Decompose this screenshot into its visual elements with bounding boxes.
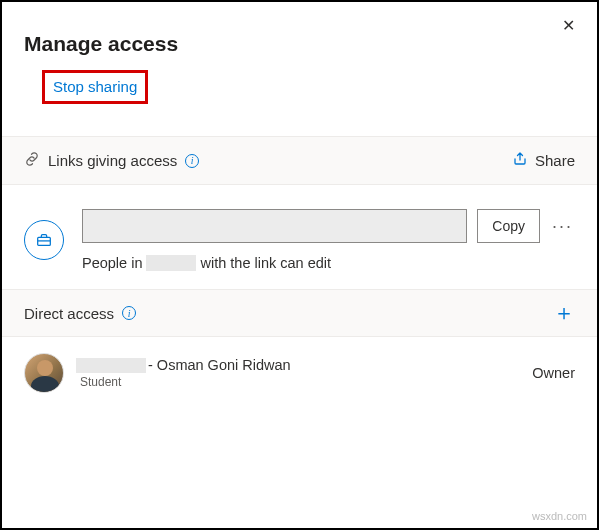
user-name: - Osman Goni Ridwan (76, 357, 291, 373)
info-icon[interactable]: i (185, 154, 199, 168)
user-name-suffix: - Osman Goni Ridwan (148, 357, 291, 373)
plus-icon: ＋ (553, 300, 575, 325)
link-icon (24, 151, 40, 170)
info-icon[interactable]: i (122, 306, 136, 320)
stop-sharing-link[interactable]: Stop sharing (53, 78, 137, 95)
link-description: People in with the link can edit (82, 255, 575, 271)
share-button[interactable]: Share (512, 151, 575, 170)
direct-access-section: Direct access i ＋ (2, 289, 597, 337)
link-item: Copy ··· People in with the link can edi… (2, 185, 597, 289)
org-briefcase-icon (24, 220, 64, 260)
user-role: Student (80, 375, 291, 389)
share-button-label: Share (535, 152, 575, 169)
links-section-label: Links giving access (48, 152, 177, 169)
copy-link-button[interactable]: Copy (477, 209, 540, 243)
close-button[interactable]: ✕ (554, 12, 583, 39)
link-desc-suffix: with the link can edit (200, 255, 331, 271)
add-direct-access-button[interactable]: ＋ (553, 302, 575, 324)
watermark: wsxdn.com (532, 510, 587, 522)
redacted-user-prefix (76, 358, 146, 373)
user-row: - Osman Goni Ridwan Student Owner (2, 337, 597, 409)
link-desc-prefix: People in (82, 255, 142, 271)
close-icon: ✕ (562, 17, 575, 34)
redacted-org-name (146, 255, 196, 271)
share-link-input[interactable] (82, 209, 467, 243)
direct-access-label: Direct access (24, 305, 114, 322)
user-permission: Owner (532, 365, 575, 381)
dialog-title: Manage access (24, 32, 575, 56)
avatar (24, 353, 64, 393)
links-giving-access-section: Links giving access i Share (2, 136, 597, 185)
ellipsis-icon: ··· (552, 216, 573, 236)
more-options-button[interactable]: ··· (550, 216, 575, 237)
stop-sharing-highlight: Stop sharing (42, 70, 148, 104)
dialog-header: Manage access Stop sharing (2, 2, 597, 114)
share-icon (512, 151, 528, 170)
